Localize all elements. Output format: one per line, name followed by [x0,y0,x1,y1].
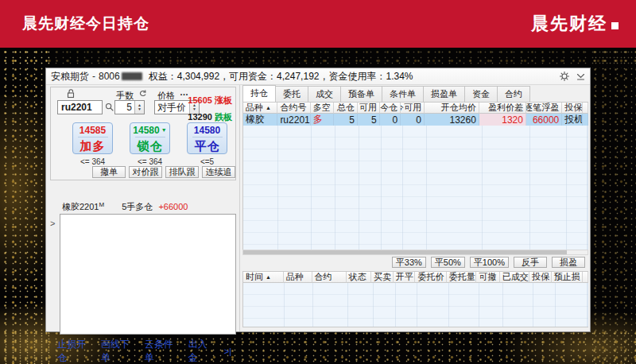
contract-input[interactable]: ru2201 [57,100,103,114]
cell-hedge-flag: 投机 [562,114,583,126]
cell-floating-pnl: 66000 [526,114,562,126]
main-contract-mark: M [99,201,104,208]
position-row[interactable]: 橡胶 ru2201 多 5 5 0 0 13260 1320 66000 投机 [242,114,588,126]
orders-header: 时间▲ 品种 合约 状态 买卖 开平 委托价 委托量 可撤 已成交 投保 预止损 [242,271,588,283]
gear-icon[interactable] [560,72,569,81]
col-variety[interactable]: 品种▲ [243,103,277,114]
chase-button[interactable]: 连续追 [202,166,235,178]
limit-up-label: 涨板 [215,95,232,105]
cell-today-available: 0 [401,114,425,126]
col-floating-pnl[interactable]: 逐笔浮盈 [526,103,562,114]
brand-logo: 晨先财经 [531,12,619,36]
lock-icon[interactable] [67,89,76,100]
order-panel: 手数 价格 … ru2201 [46,85,239,331]
col-time[interactable]: 时间▲ [243,272,284,283]
col-available[interactable]: 可用 [358,103,380,114]
col-filled[interactable]: 已成交 [500,272,529,283]
limit-up-price: 15605 [188,95,212,105]
reverse-button[interactable]: 反手 [514,257,547,268]
add-long-button[interactable]: 14585 加多 [72,122,113,154]
cell-variety: 橡胶 [243,114,277,126]
tab-funds[interactable]: 资金 [464,86,498,102]
header-banner: 晨先财经今日持仓 晨先财经 [0,0,636,48]
lots-stepper[interactable]: 5 ▲ ▼ [114,100,145,114]
col-buy-sell[interactable]: 买卖 [371,272,394,283]
account-stats: 权益：4,304,992，可用资金：4,247,192，资金使用率：1.34% [149,70,413,83]
sort-arrow-icon: ▲ [266,274,271,280]
cell-direction: 多 [311,114,335,126]
col-cancellable[interactable]: 可撤 [476,272,500,283]
col-order-price[interactable]: 委托价 [415,272,446,283]
cell-open-avg-price: 13260 [425,114,479,126]
tab-trades[interactable]: 成交 [308,86,341,102]
close-50-button[interactable]: 平50% [431,257,465,268]
col-contract[interactable]: 合约 [312,272,347,283]
caret-down-icon: ▼ [161,127,167,133]
tab-bar: 持仓 委托 成交 预备单 条件单 损盈单 资金 合约 [242,88,529,102]
position-summary: 橡胶2201M 5手多仓 +66000 [62,201,188,213]
stop-open-link[interactable]: 止损开仓 [57,338,89,364]
col-open-avg-price[interactable]: 开仓均价 [425,103,479,114]
col-pre-stop[interactable]: 预止损 [552,272,583,283]
gold-sparkle-right [590,48,636,364]
scrollbar-thumb[interactable] [243,250,567,254]
repeat-icon[interactable] [138,89,147,99]
cell-filler [583,114,588,126]
col-profit-spread[interactable]: 盈利价差 [479,103,526,114]
horizontal-scrollbar[interactable] [242,250,588,255]
tab-condition-orders[interactable]: 条件单 [382,86,424,102]
close-33-button[interactable]: 平33% [392,257,426,268]
transfer-link[interactable]: 出入金 [188,338,212,364]
col-direction[interactable]: 多空 [311,103,335,114]
col-order-qty[interactable]: 委托量 [447,272,476,283]
col-today[interactable]: 今仓 [380,103,401,114]
quick-close-buttons: 平33% 平50% 平100% 反手 损盈 [392,257,585,268]
col-hedge-flag[interactable]: 投保 [529,272,552,283]
cancel-order-button[interactable]: 撤单 [92,166,126,178]
collapse-arrow-icon[interactable]: > [50,219,55,228]
cell-profit-spread: 1320 [479,114,526,126]
left-footer-links: 止损开仓 画线下单 云条件单 出入金 >| [57,338,236,364]
cloud-condition-link[interactable]: 云条件单 [145,338,176,364]
close-100-button[interactable]: 平100% [470,257,509,268]
stop-profit-button[interactable]: 损盈 [552,257,585,268]
spin-down-icon[interactable]: ▼ [138,107,142,111]
col-hedge-flag[interactable]: 投保 [562,103,583,114]
tab-orders[interactable]: 委托 [275,86,308,102]
title-separator: - [92,71,95,82]
account-masked [122,72,142,80]
col-total[interactable]: 总仓 [334,103,358,114]
col-filler [583,272,588,283]
col-today-available[interactable]: 今可用 [401,103,425,114]
queue-follow-button[interactable]: 排队跟 [165,166,199,178]
sort-arrow-icon: ▲ [266,105,271,110]
window-titlebar: 安粮期货 - 8006 权益：4,304,992，可用资金：4,247,192，… [46,68,590,85]
summary-pnl: +66000 [158,202,188,211]
page-title: 晨先财经今日持仓 [22,14,149,34]
positions-empty-grid [242,126,588,251]
lock-position-button[interactable]: 14580▼ 锁仓 [130,122,170,154]
col-variety[interactable]: 品种 [284,272,312,283]
summary-position: 5手多仓 [122,202,153,211]
search-icon[interactable] [105,103,114,114]
expand-arrow-icon[interactable]: >| [224,347,231,356]
brand-dot [611,22,619,29]
draw-order-link[interactable]: 画线下单 [101,338,133,364]
follow-price-button[interactable]: 对价跟 [129,166,162,178]
buy-limit-text: <= 364 [72,157,113,166]
broker-name: 安粮期货 [51,70,89,83]
order-entry-box: 手数 价格 … ru2201 [50,87,236,180]
col-contract[interactable]: 合约号 [277,103,310,114]
tab-positions[interactable]: 持仓 [242,85,276,102]
close-position-button[interactable]: 14580 平仓 [187,122,227,154]
orders-empty-grid [242,283,588,327]
tab-prepared-orders[interactable]: 预备单 [340,86,382,102]
cell-total: 5 [334,114,358,126]
price-more-dots[interactable]: … [180,87,188,97]
col-open-close[interactable]: 开平 [394,272,416,283]
minimize-icon[interactable] [576,72,585,81]
tab-stop-profit-orders[interactable]: 损盈单 [423,86,465,102]
col-status[interactable]: 状态 [347,272,372,283]
tab-contracts[interactable]: 合约 [497,86,530,102]
chart-area[interactable] [60,214,236,335]
